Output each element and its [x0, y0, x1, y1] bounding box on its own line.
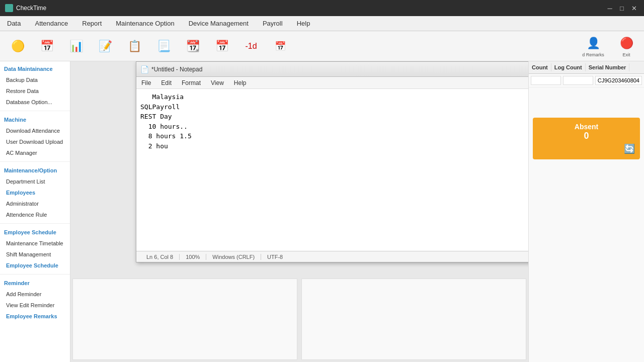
menu-bar: Data Attendance Report Maintenance Optio…	[0, 16, 644, 31]
notepad-menu-file[interactable]: File	[139, 78, 153, 87]
notepad-encoding: UTF-8	[261, 254, 289, 260]
sidebar-section-maintenance: Maintenance/Option Department List Emplo…	[0, 163, 70, 222]
notepad-content: Malaysia SQLPayroll REST Day 10 hours.. …	[136, 89, 528, 251]
toolbar-icon-6: 📃	[155, 38, 172, 54]
sidebar-header-schedule[interactable]: Employee Schedule	[0, 227, 70, 238]
sidebar-section-data: Data Maintainance Backup Data Restore Da…	[0, 61, 70, 110]
notepad-line-ending: Windows (CRLF)	[206, 254, 261, 260]
col-log-count: Log Count	[551, 63, 586, 71]
notepad-menu-format[interactable]: Format	[180, 78, 203, 87]
notepad-statusbar: Ln 6, Col 8 100% Windows (CRLF) UTF-8	[136, 251, 528, 262]
sidebar-item-shift[interactable]: Shift Management	[0, 249, 70, 260]
cell-count	[531, 76, 561, 85]
sidebar-header-reminder[interactable]: Reminder	[0, 278, 70, 289]
sidebar-item-ac-manager[interactable]: AC Manager	[0, 147, 70, 158]
notepad-menu-help[interactable]: Help	[232, 78, 249, 87]
remarks-button[interactable]: 👤 d Remarks	[576, 33, 611, 59]
menu-payroll[interactable]: Payroll	[260, 18, 286, 29]
right-panel: Count Log Count Serial Number CJ9G203460…	[528, 61, 644, 362]
remarks-icon: 👤	[585, 35, 601, 51]
sidebar-header-maintenance[interactable]: Maintenance/Option	[0, 165, 70, 176]
sidebar-header-data[interactable]: Data Maintainance	[0, 63, 70, 74]
notepad-icon: 📄	[140, 65, 148, 73]
notepad-textarea[interactable]: Malaysia SQLPayroll REST Day 10 hours.. …	[136, 89, 528, 251]
sidebar-item-add-reminder[interactable]: Add Reminder	[0, 289, 70, 300]
absent-label: Absent	[538, 123, 635, 131]
toolbar-btn-5[interactable]: 📋	[121, 33, 148, 59]
sidebar-item-download[interactable]: Download Attendance	[0, 125, 70, 136]
col-count: Count	[529, 63, 551, 71]
toolbar-btn-6[interactable]: 📃	[150, 33, 177, 59]
notepad-menubar: File Edit Format View Help	[136, 77, 528, 89]
content-bottom-left	[72, 279, 297, 360]
menu-data[interactable]: Data	[4, 18, 24, 29]
toolbar-icon-5: 📋	[126, 38, 142, 54]
sidebar: Data Maintainance Backup Data Restore Da…	[0, 61, 70, 362]
notepad-title: *Untitled - Notepad	[151, 66, 528, 73]
app-title: CheckTime	[16, 5, 46, 12]
notepad-menu-edit[interactable]: Edit	[159, 78, 174, 87]
toolbar-icon-9: -1d	[243, 38, 259, 54]
sidebar-item-employees[interactable]: Employees	[0, 187, 70, 198]
menu-attendance[interactable]: Attendance	[32, 18, 71, 29]
toolbar-btn-2[interactable]: 📅	[33, 33, 60, 59]
sidebar-item-administrator[interactable]: Administrator	[0, 198, 70, 209]
toolbar-icon-7: 📆	[185, 38, 201, 54]
notepad-menu-view[interactable]: View	[209, 78, 226, 87]
sidebar-item-employee-remarks[interactable]: Employee Remarks	[0, 311, 70, 322]
menu-help[interactable]: Help	[294, 18, 313, 29]
menu-device[interactable]: Device Management	[186, 18, 252, 29]
toolbar-exit-area: 👤 d Remarks 🔴 Exit	[576, 33, 640, 59]
sidebar-item-backup[interactable]: Backup Data	[0, 74, 70, 85]
notepad-titlebar: 📄 *Untitled - Notepad ─ □ ✕	[136, 62, 528, 77]
sidebar-item-restore[interactable]: Restore Data	[0, 85, 70, 97]
sidebar-item-user-upload[interactable]: User Download Upload	[0, 136, 70, 147]
close-button[interactable]: ✕	[629, 3, 639, 13]
toolbar-icon-10: 📅	[272, 38, 288, 54]
sidebar-item-timetable[interactable]: Maintenance Timetable	[0, 238, 70, 249]
sidebar-item-database[interactable]: Database Option...	[0, 97, 70, 108]
toolbar-icon-4: 📝	[97, 38, 113, 54]
col-serial: Serial Number	[586, 63, 630, 71]
absent-count: 0	[538, 131, 635, 141]
toolbar-btn-1[interactable]: 🟡	[4, 33, 31, 59]
app-icon	[5, 4, 13, 12]
toolbar-btn-4[interactable]: 📝	[92, 33, 119, 59]
sidebar-item-attendance-rule[interactable]: Attendence Rule	[0, 209, 70, 220]
sidebar-item-department[interactable]: Department List	[0, 176, 70, 187]
menu-maintenance[interactable]: Maintenance Option	[113, 18, 177, 29]
exit-button[interactable]: 🔴 Exit	[613, 33, 640, 59]
content-area: 📄 *Untitled - Notepad ─ □ ✕ File Edit Fo…	[70, 61, 528, 362]
sidebar-section-machine: Machine Download Attendance User Downloa…	[0, 112, 70, 160]
main-layout: Data Maintainance Backup Data Restore Da…	[0, 61, 644, 362]
sidebar-section-reminder: Reminder Add Reminder View Edit Reminder…	[0, 276, 70, 324]
toolbar-btn-7[interactable]: 📆	[179, 33, 206, 59]
menu-report[interactable]: Report	[79, 18, 105, 29]
notepad-zoom: 100%	[180, 254, 206, 260]
sidebar-header-machine[interactable]: Machine	[0, 114, 70, 125]
cell-log-count	[563, 76, 593, 85]
toolbar-btn-8[interactable]: 📅	[208, 33, 235, 59]
toolbar-btn-9[interactable]: -1d	[237, 33, 265, 59]
title-bar: CheckTime ─ □ ✕	[0, 0, 644, 16]
refresh-icon[interactable]: 🔄	[624, 144, 635, 154]
minimize-button[interactable]: ─	[605, 3, 615, 13]
exit-icon: 🔴	[618, 35, 634, 51]
notepad-ln-col: Ln 6, Col 8	[140, 254, 180, 260]
sidebar-item-view-reminder[interactable]: View Edit Reminder	[0, 300, 70, 311]
absent-card: Absent 0 🔄	[533, 118, 640, 159]
content-bottom-right	[301, 279, 526, 360]
notepad-window: 📄 *Untitled - Notepad ─ □ ✕ File Edit Fo…	[136, 61, 528, 262]
title-bar-controls: ─ □ ✕	[605, 3, 639, 13]
toolbar-btn-3[interactable]: 📊	[62, 33, 90, 59]
maximize-button[interactable]: □	[617, 3, 627, 13]
toolbar-icon-2: 📅	[39, 38, 55, 54]
toolbar: 🟡 📅 📊 📝 📋 📃 📆 📅 -1d 📅 👤 d Remarks 🔴 Exit	[0, 31, 644, 61]
sidebar-item-employee-schedule[interactable]: Employee Schedule	[0, 260, 70, 271]
toolbar-icon-3: 📊	[68, 38, 84, 54]
right-panel-header: Count Log Count Serial Number	[529, 61, 644, 74]
cell-serial: CJ9G203460804	[595, 76, 642, 85]
toolbar-icon-8: 📅	[214, 38, 230, 54]
toolbar-icon-1: 🟡	[10, 38, 26, 54]
toolbar-btn-10[interactable]: 📅	[267, 33, 294, 59]
